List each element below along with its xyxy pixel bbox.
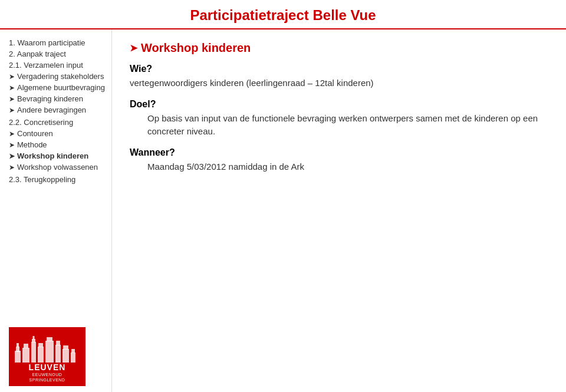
sidebar-item-2-1[interactable]: 2.1. Verzamelen input [9, 61, 106, 70]
wanneer-question: Wanneer? [130, 147, 548, 158]
logo-subtitle-1: EEUWENOUD [9, 372, 85, 377]
sidebar-item-vergadering[interactable]: ➤ Vergadering stakeholders [9, 72, 106, 81]
svg-rect-15 [63, 345, 68, 350]
svg-rect-3 [22, 348, 29, 363]
logo-text-block: LEUVEN EEUWENOUD SPRINGLEVEND [9, 363, 85, 383]
svg-rect-8 [38, 347, 44, 363]
doel-block: Doel? Op basis van input van de function… [130, 99, 548, 139]
sidebar-item-2-3[interactable]: 2.3. Terugkoppeling [9, 175, 106, 184]
sidebar-item-2[interactable]: 2. Aanpak traject [9, 50, 106, 58]
svg-rect-14 [62, 349, 69, 363]
doel-answer: Op basis van input van de functionele be… [147, 112, 548, 139]
wie-question: Wie? [130, 64, 548, 74]
sidebar-item-bevraging[interactable]: ➤ Bevraging kinderen [9, 94, 106, 103]
sidebar-item-workshop-kinderen[interactable]: ➤ Workshop kinderen [9, 151, 106, 160]
svg-rect-5 [31, 342, 36, 363]
sidebar-nav: 1. Waarom participatie 2. Aanpak traject… [9, 38, 106, 186]
wie-answer: vertegenwoordigers kinderen (leerlingenr… [130, 77, 548, 90]
svg-rect-4 [24, 344, 28, 348]
section-title: ➤ Workshop kinderen [130, 41, 548, 55]
leuven-logo: LEUVEN EEUWENOUD SPRINGLEVEND [9, 327, 85, 386]
arrow-icon: ➤ [9, 84, 15, 92]
svg-rect-2 [17, 343, 19, 347]
svg-rect-16 [71, 353, 75, 363]
logo-subtitle-2: SPRINGLEVEND [9, 377, 85, 383]
wanneer-block: Wanneer? Maandag 5/03/2012 namiddag in d… [130, 147, 548, 174]
arrow-icon: ➤ [9, 152, 15, 160]
arrow-icon: ➤ [9, 130, 15, 138]
svg-rect-11 [47, 337, 52, 341]
svg-rect-0 [15, 351, 21, 363]
page-container: Participatietraject Belle Vue 1. Waarom … [0, 0, 566, 392]
doel-question: Doel? [130, 99, 548, 110]
sidebar-item-contouren[interactable]: ➤ Contouren [9, 129, 106, 138]
logo-area: LEUVEN EEUWENOUD SPRINGLEVEND [9, 318, 106, 386]
wie-block: Wie? vertegenwoordigers kinderen (leerli… [130, 64, 548, 90]
logo-name: LEUVEN [9, 363, 85, 372]
arrow-icon: ➤ [9, 95, 15, 103]
sidebar-item-algemene[interactable]: ➤ Algemene buurtbevraging [9, 83, 106, 92]
page-title: Participatietraject Belle Vue [12, 7, 554, 24]
sidebar-item-methode[interactable]: ➤ Methode [9, 140, 106, 149]
content-area: ➤ Workshop kinderen Wie? vertegenwoordig… [112, 29, 566, 392]
svg-rect-17 [71, 349, 75, 353]
wanneer-answer: Maandag 5/03/2012 namiddag in de Ark [147, 160, 548, 174]
svg-rect-12 [55, 345, 61, 363]
sidebar-item-andere[interactable]: ➤ Andere bevragingen [9, 106, 106, 114]
arrow-icon: ➤ [9, 73, 15, 81]
section-arrow-icon: ➤ [130, 42, 137, 54]
sidebar-item-2-2[interactable]: 2.2. Concretisering [9, 118, 106, 127]
sidebar-item-1[interactable]: 1. Waarom participatie [9, 38, 106, 47]
main-content: 1. Waarom participatie 2. Aanpak traject… [0, 29, 566, 392]
arrow-icon: ➤ [9, 106, 15, 114]
svg-rect-13 [56, 341, 60, 345]
header: Participatietraject Belle Vue [0, 0, 566, 29]
arrow-icon: ➤ [9, 163, 15, 172]
svg-rect-9 [38, 343, 43, 347]
sidebar-item-workshop-volwassenen[interactable]: ➤ Workshop volwassenen [9, 163, 106, 172]
svg-rect-1 [16, 347, 19, 352]
svg-rect-7 [33, 336, 35, 340]
svg-rect-10 [45, 341, 54, 363]
sidebar: 1. Waarom participatie 2. Aanpak traject… [0, 29, 112, 392]
arrow-icon: ➤ [9, 141, 15, 149]
